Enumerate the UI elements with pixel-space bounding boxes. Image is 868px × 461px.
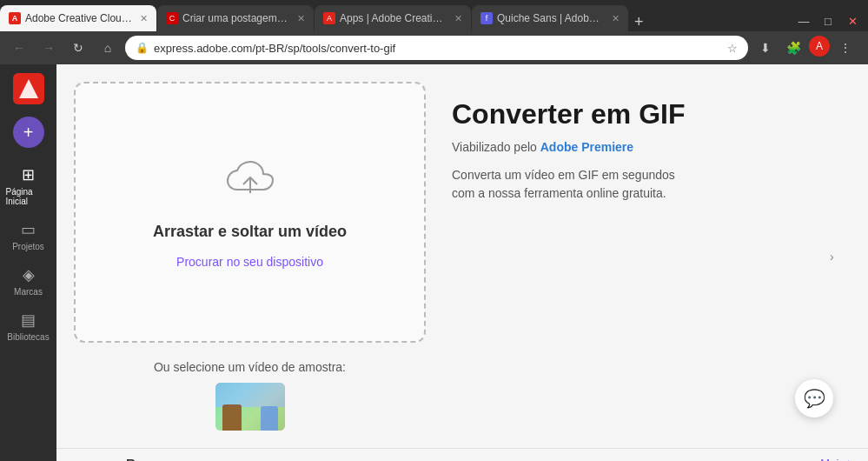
sidebar-item-projects[interactable]: ▭ Projetos [3,215,55,257]
new-tab-button[interactable]: + [634,13,644,31]
sidebar-libraries-label: Bibliotecas [7,332,49,342]
url-action-buttons: ☆ [727,42,738,55]
tab-favicon-3: A [323,12,335,24]
page-content: + ⊞ Página Inicial ▭ Projetos ◈ Marcas ▤… [0,64,868,461]
content-area: Arrastar e soltar um vídeo Procurar no s… [56,64,868,448]
browser-action-buttons: ⬇ 🧩 A ⋮ [753,36,861,60]
sidebar: + ⊞ Página Inicial ▭ Projetos ◈ Marcas ▤… [0,64,56,461]
info-section: Converter em GIF Viabilizado pelo Adobe … [452,82,804,431]
minimize-button[interactable]: — [793,10,814,31]
close-window-button[interactable]: ✕ [842,10,863,31]
url-text: express.adobe.com/pt-BR/sp/tools/convert… [154,42,722,55]
tab-close-1[interactable]: ✕ [140,13,148,24]
chat-button[interactable]: 💬 [795,379,833,418]
browser-chrome: A Adobe Creative Cloud Express ✕ C Criar… [0,0,868,64]
upload-section: Arrastar e soltar um vídeo Procurar no s… [74,82,426,431]
adobe-logo-icon [19,79,38,98]
brands-icon: ◈ [23,265,35,284]
chat-icon: 💬 [804,388,825,409]
forward-button[interactable]: → [36,36,61,60]
new-tab-area: + [629,13,649,31]
page-title: Converter em GIF [452,99,804,130]
recent-bar: Recen Mais > [56,448,868,461]
upload-cloud-icon [224,157,276,209]
projects-icon: ▭ [21,220,36,239]
home-button[interactable]: ⌂ [96,36,120,60]
tab-favicon-1: A [9,12,21,24]
recent-label: Recen [126,456,165,461]
sample-label: Ou selecione um vídeo de amostra: [74,360,426,374]
tab-bar: A Adobe Creative Cloud Express ✕ C Criar… [0,0,868,31]
tab-favicon-4: f [480,12,493,24]
tab-favicon-2: C [166,12,178,24]
sample-thumbnail[interactable] [215,383,285,431]
profile-icon[interactable]: A [809,36,830,57]
tab-1[interactable]: A Adobe Creative Cloud Express ✕ [0,5,156,31]
sidebar-item-home[interactable]: ⊞ Página Inicial [3,160,55,211]
home-icon: ⊞ [22,165,35,184]
expand-panel-button[interactable]: › [830,250,851,264]
tab-close-4[interactable]: ✕ [612,13,620,24]
tab-4[interactable]: f Quiche Sans | Adobe Fonts ✕ [472,5,628,31]
tab-label-1: Adobe Creative Cloud Express [25,12,132,24]
info-description: Converta um vídeo em GIF em segundos com… [452,166,678,203]
tab-3[interactable]: A Apps | Adobe Creative Cloud ✕ [315,5,471,31]
tab-2[interactable]: C Criar uma postagem - Comunida... ✕ [157,5,314,31]
download-icon[interactable]: ⬇ [753,36,778,60]
reload-button[interactable]: ↻ [66,36,90,60]
libraries-icon: ▤ [21,311,36,330]
tab-label-3: Apps | Adobe Creative Cloud [340,12,447,24]
sidebar-home-label: Página Inicial [6,187,51,206]
browse-button[interactable]: Procurar no seu dispositivo [176,255,323,269]
browser-window: A Adobe Creative Cloud Express ✕ C Criar… [0,0,868,461]
sidebar-brands-label: Marcas [14,287,43,297]
svg-marker-0 [19,79,38,98]
tab-label-2: Criar uma postagem - Comunida... [182,12,289,24]
tab-label-4: Quiche Sans | Adobe Fonts [497,12,604,24]
cloud-upload-svg [224,157,276,200]
sidebar-item-libraries[interactable]: ▤ Bibliotecas [3,305,55,347]
sample-thumbnail-image [215,383,285,431]
menu-icon[interactable]: ⋮ [833,36,858,60]
bookmark-icon[interactable]: ☆ [727,42,738,55]
security-lock-icon: 🔒 [136,42,149,54]
adobe-logo [13,73,44,104]
upload-dropzone[interactable]: Arrastar e soltar um vídeo Procurar no s… [74,82,426,343]
right-panel: › [830,82,851,431]
upload-title: Arrastar e soltar um vídeo [153,223,347,241]
extensions-icon[interactable]: 🧩 [781,36,805,60]
url-bar[interactable]: 🔒 express.adobe.com/pt-BR/sp/tools/conve… [125,36,748,60]
create-new-button[interactable]: + [13,117,44,148]
more-button[interactable]: Mais > [820,457,854,461]
sidebar-item-brands[interactable]: ◈ Marcas [3,260,55,302]
address-bar: ← → ↻ ⌂ 🔒 express.adobe.com/pt-BR/sp/too… [0,31,868,64]
tab-bar-controls: — □ ✕ [793,10,868,31]
powered-link[interactable]: Adobe Premiere [540,140,633,154]
tab-close-2[interactable]: ✕ [297,13,305,24]
maximize-button[interactable]: □ [818,10,838,31]
tab-close-3[interactable]: ✕ [454,13,462,24]
main-content: Arrastar e soltar um vídeo Procurar no s… [56,64,868,461]
powered-prefix: Viabilizado pelo [452,140,540,154]
sample-section: Ou selecione um vídeo de amostra: [74,360,426,431]
powered-by-text: Viabilizado pelo Adobe Premiere [452,140,804,154]
back-button[interactable]: ← [7,36,31,60]
sidebar-projects-label: Projetos [12,242,44,251]
